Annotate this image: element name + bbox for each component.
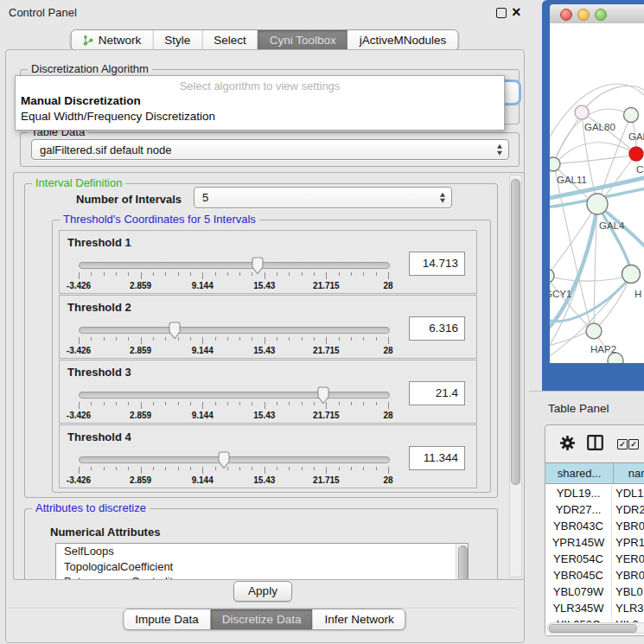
- network-node[interactable]: [629, 147, 643, 161]
- network-edge[interactable]: [550, 276, 626, 281]
- slider-thumb[interactable]: [217, 451, 231, 469]
- table-cell-shared-name[interactable]: YLR345W: [545, 600, 612, 616]
- minimize-traffic-light-icon[interactable]: [577, 9, 590, 21]
- table-cell-name[interactable]: YER0: [612, 551, 644, 567]
- table-header-name[interactable]: name: [614, 463, 644, 484]
- tick-mark: [141, 272, 142, 279]
- attribute-list-item[interactable]: BetweennessCentrality: [56, 574, 468, 580]
- network-edge[interactable]: [556, 109, 631, 159]
- network-node[interactable]: [550, 157, 560, 171]
- table-cell-name[interactable]: YBR0: [612, 518, 644, 534]
- network-node[interactable]: [622, 265, 641, 284]
- table-cell-shared-name[interactable]: YER054C: [545, 551, 612, 567]
- network-canvas[interactable]: GAL80GALCGAL11GAL4GCY1HHAP2: [550, 23, 644, 363]
- network-node[interactable]: [587, 194, 608, 214]
- tick-mark: [190, 467, 191, 470]
- table-row[interactable]: YER054CYER0: [545, 551, 644, 567]
- table-header-shared-[interactable]: shared...: [545, 463, 614, 484]
- slider-thumb[interactable]: [168, 322, 182, 340]
- tab-discretize-data[interactable]: Discretize Data: [210, 609, 313, 629]
- table-cell-shared-name[interactable]: YBR045C: [545, 567, 612, 583]
- network-node[interactable]: [586, 323, 602, 339]
- table-cell-name[interactable]: YLR3: [612, 600, 644, 616]
- table-row[interactable]: YBR045CYBR0: [545, 567, 644, 583]
- network-edge-highlighted[interactable]: [550, 277, 630, 322]
- split-view-icon[interactable]: [587, 435, 603, 450]
- network-window-titlebar[interactable]: [550, 4, 644, 24]
- number-of-intervals-combo[interactable]: 5: [194, 187, 452, 208]
- attribute-list-item[interactable]: TopologicalCoefficient: [56, 559, 468, 575]
- slider-thumb[interactable]: [251, 257, 265, 275]
- gear-icon[interactable]: [559, 435, 576, 451]
- table-cell-name[interactable]: YPR1: [612, 534, 644, 551]
- network-edge[interactable]: [555, 112, 582, 160]
- tick-mark: [116, 467, 117, 470]
- table-row[interactable]: YBR043CYBR0: [545, 518, 644, 534]
- network-edge[interactable]: [550, 331, 589, 347]
- network-edge[interactable]: [553, 156, 634, 164]
- network-node[interactable]: [550, 269, 554, 283]
- table-cell-name[interactable]: YDR2: [612, 501, 644, 518]
- table-horizontal-scrollbar[interactable]: [547, 622, 644, 634]
- control-panel-titlebar: Control Panel ×: [0, 0, 529, 24]
- tab-style[interactable]: Style: [152, 30, 201, 50]
- table-row[interactable]: YLR345WYLR3: [545, 600, 644, 616]
- tick-mark: [302, 272, 303, 276]
- table-cell-shared-name[interactable]: YBL079W: [545, 583, 612, 600]
- threshold-value-box[interactable]: 21.4: [409, 381, 465, 405]
- float-window-icon[interactable]: [496, 8, 507, 18]
- tab-jactivemnodules[interactable]: jActiveMNodules: [348, 30, 458, 50]
- threshold-value-box[interactable]: 11.344: [409, 446, 465, 470]
- tick-mark: [153, 402, 154, 405]
- zoom-traffic-light-icon[interactable]: [595, 9, 607, 21]
- table-row[interactable]: YPR145WYPR1: [545, 534, 644, 551]
- checkbox-icon[interactable]: ✓: [628, 439, 639, 450]
- checkbox-icon[interactable]: ✓: [617, 439, 628, 450]
- node-label: GAL80: [584, 122, 615, 132]
- dropdown-option-equal-width-frequency[interactable]: Equal Width/Frequency Discretization: [21, 110, 215, 123]
- panel-scrollbar[interactable]: [509, 175, 522, 577]
- tab-infer-network[interactable]: Infer Network: [312, 609, 405, 629]
- group-title: Attributes to discretize: [32, 501, 150, 514]
- attributes-scrollbar[interactable]: [456, 544, 468, 580]
- table-data-combo[interactable]: galFiltered.sif default node: [31, 139, 509, 160]
- tab-impute-data[interactable]: Impute Data: [124, 609, 210, 629]
- tick-mark: [153, 337, 154, 341]
- network-node[interactable]: [624, 108, 639, 123]
- slider-thumb[interactable]: [316, 386, 330, 405]
- table-row[interactable]: YBL079WYBL0: [545, 583, 644, 600]
- scrollbar-thumb[interactable]: [458, 545, 468, 580]
- threshold-value-box[interactable]: 6.316: [409, 316, 465, 341]
- scrollbar-thumb[interactable]: [549, 624, 637, 633]
- tick-label: 21.715: [313, 346, 340, 355]
- table-cell-shared-name[interactable]: YPR145W: [545, 534, 612, 551]
- table-cell-shared-name[interactable]: YBR043C: [545, 518, 612, 534]
- tab-network[interactable]: Network: [72, 30, 153, 50]
- scrollbar-thumb[interactable]: [511, 179, 520, 485]
- close-icon[interactable]: ×: [512, 2, 521, 22]
- network-icon: [83, 35, 94, 46]
- table-row[interactable]: YDL19...YDL1: [545, 485, 644, 501]
- dropdown-option-manual-discretization[interactable]: Manual Discretization: [21, 94, 141, 107]
- close-traffic-light-icon[interactable]: [560, 9, 572, 21]
- network-edge[interactable]: [558, 143, 636, 161]
- threshold-slider[interactable]: -3.4262.8599.14415.4321.71528: [79, 323, 388, 356]
- table-cell-name[interactable]: YBR0: [612, 567, 644, 583]
- tick-mark: [190, 402, 191, 405]
- table-cell-name[interactable]: YDL1: [612, 485, 644, 501]
- tab-select[interactable]: Select: [201, 30, 258, 50]
- threshold-slider[interactable]: -3.4262.8599.14415.4321.71528: [79, 388, 388, 421]
- table-cell-name[interactable]: YBL0: [612, 583, 643, 600]
- table-panel-section: Table Panel ✓ ✓ shared: [529, 391, 644, 644]
- network-node[interactable]: [575, 105, 589, 119]
- attribute-list-item[interactable]: SelfLoops: [56, 544, 468, 559]
- threshold-slider[interactable]: -3.4262.8599.14415.4321.71528: [79, 258, 388, 291]
- table-cell-shared-name[interactable]: YDL19...: [545, 485, 612, 501]
- threshold-slider[interactable]: -3.4262.8599.14415.4321.71528: [79, 453, 388, 486]
- network-edge[interactable]: [550, 208, 594, 276]
- apply-button[interactable]: Apply: [233, 581, 292, 602]
- table-cell-shared-name[interactable]: YDR27...: [545, 501, 612, 518]
- tab-cyni-toolbox[interactable]: Cyni Toolbox: [258, 30, 348, 50]
- table-row[interactable]: YDR27...YDR2: [545, 501, 644, 518]
- threshold-value-box[interactable]: 14.713: [409, 252, 465, 276]
